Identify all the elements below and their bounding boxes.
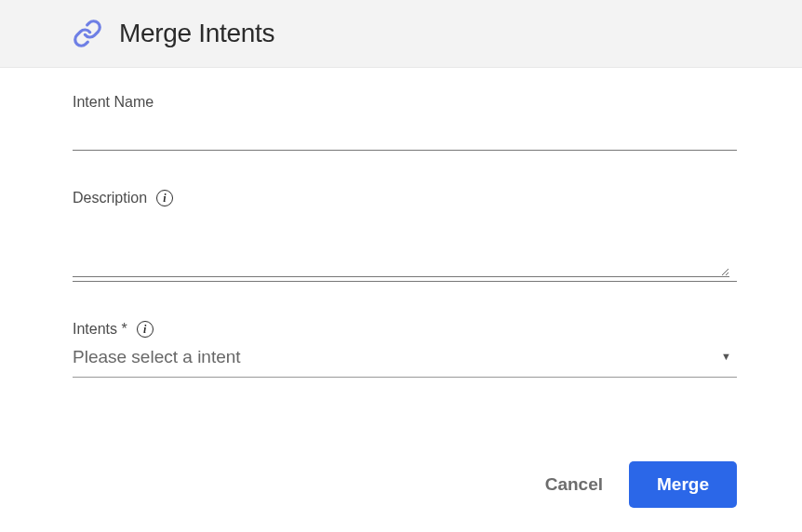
chevron-down-icon: ▼ (721, 351, 731, 362)
intent-name-input[interactable] (73, 116, 737, 151)
merge-button[interactable]: Merge (629, 461, 737, 508)
intent-name-label: Intent Name (73, 94, 729, 111)
intents-select-placeholder: Please select a intent (73, 347, 241, 366)
field-intents: Intents * i Please select a intent ▼ (73, 321, 729, 378)
field-intent-name: Intent Name (73, 94, 729, 151)
dialog-title: Merge Intents (119, 19, 274, 48)
info-icon[interactable]: i (156, 190, 173, 206)
description-wrap (73, 212, 737, 282)
link-icon (73, 19, 102, 48)
form-area: Intent Name Description i Intents * i Pl… (0, 68, 802, 378)
description-label-text: Description (73, 190, 147, 206)
intents-select[interactable]: Please select a intent ▼ (73, 345, 737, 378)
dialog-actions: Cancel Merge (545, 461, 737, 508)
info-icon[interactable]: i (137, 321, 154, 338)
intents-label: Intents * i (73, 321, 729, 338)
cancel-button[interactable]: Cancel (545, 474, 603, 495)
intents-label-text: Intents * (73, 321, 127, 338)
description-input[interactable] (73, 212, 729, 277)
description-label: Description i (73, 190, 729, 206)
dialog-header: Merge Intents (0, 0, 802, 68)
field-description: Description i (73, 190, 729, 282)
